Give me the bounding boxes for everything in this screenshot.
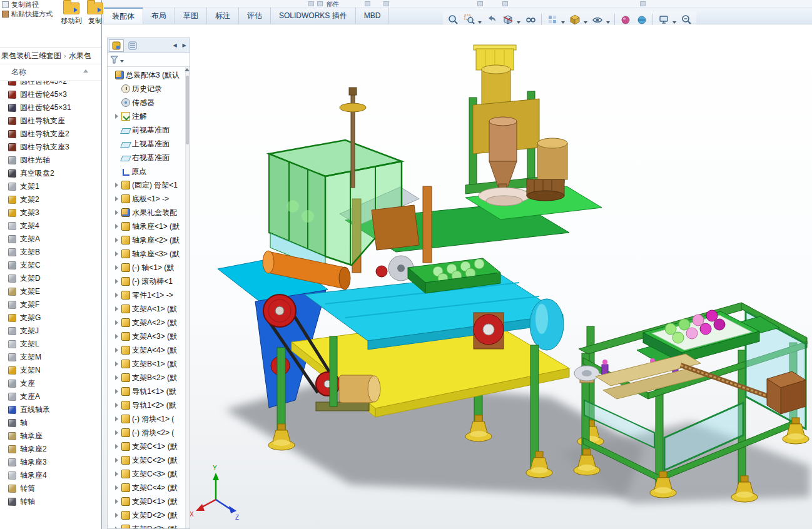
file-row[interactable]: 圆柱齿轮45×2 <box>0 81 101 88</box>
expand-arrow-icon[interactable] <box>115 526 119 528</box>
expand-arrow-icon[interactable] <box>115 513 119 518</box>
tree-item[interactable]: 传感器 <box>108 96 190 109</box>
scroll-up-icon[interactable] <box>185 68 190 71</box>
file-row[interactable]: 轴 <box>0 416 101 430</box>
expand-arrow-icon[interactable] <box>115 320 119 325</box>
file-row[interactable]: 支座 <box>0 377 101 390</box>
hide-show-items-icon[interactable] <box>590 12 605 26</box>
flange-bearing[interactable] <box>474 313 504 349</box>
commandmanager-tab[interactable]: 布局 <box>143 8 175 24</box>
tree-item[interactable]: 支架D<1> (默 <box>108 495 190 508</box>
tree-item[interactable]: 右视基准面 <box>108 151 190 164</box>
file-row[interactable]: 支架4 <box>0 219 101 233</box>
tree-root-item[interactable]: 总装配体3 (默认 <box>108 68 190 82</box>
zoom-to-area-icon[interactable] <box>462 12 477 26</box>
tree-item[interactable]: (-) 滑块<2> ( <box>108 426 190 440</box>
expand-arrow-icon[interactable] <box>115 196 119 201</box>
file-row[interactable]: 支架M <box>0 351 101 364</box>
frame-leg[interactable] <box>530 345 539 468</box>
dropdown-caret-icon[interactable] <box>672 21 676 24</box>
panel-scroll-left-icon[interactable]: ◀ <box>171 43 179 48</box>
tree-item[interactable]: 水果礼盒装配 <box>108 206 190 219</box>
file-row[interactable]: 支架N <box>0 364 101 377</box>
tree-item[interactable]: 前视基准面 <box>108 123 190 137</box>
expand-arrow-icon[interactable] <box>115 224 119 229</box>
file-row[interactable]: 圆柱导轨支座2 <box>0 128 101 141</box>
edit-appearance-icon[interactable] <box>618 12 633 26</box>
expand-arrow-icon[interactable] <box>115 251 119 256</box>
expand-arrow-icon[interactable] <box>115 389 119 394</box>
file-row[interactable]: 轴承座3 <box>0 456 101 469</box>
previous-view-icon[interactable] <box>484 12 499 26</box>
tree-item[interactable]: 支架C<4> (默 <box>108 481 190 495</box>
tree-item[interactable]: 导轨1<1> (默 <box>108 385 190 398</box>
dropdown-caret-icon[interactable] <box>517 21 520 24</box>
expand-arrow-icon[interactable] <box>115 403 119 408</box>
file-row[interactable]: 支架C <box>0 259 101 272</box>
tree-item[interactable]: (-) 滚动棒<1 <box>108 275 190 288</box>
expand-arrow-icon[interactable] <box>115 293 119 298</box>
expand-arrow-icon[interactable] <box>115 183 119 188</box>
expand-arrow-icon[interactable] <box>115 114 119 119</box>
file-row[interactable]: 真空吸盘2 <box>0 167 101 180</box>
tree-item[interactable]: 支架D<2> (默 <box>108 508 190 522</box>
expand-arrow-icon[interactable] <box>115 210 119 215</box>
commandmanager-tab[interactable]: 标注 <box>207 8 239 24</box>
tree-item[interactable]: 轴承座<2> (默 <box>108 233 190 247</box>
file-row[interactable]: 支架J <box>0 325 101 338</box>
insert-component-label[interactable]: 部件 <box>327 0 339 8</box>
expand-arrow-icon[interactable] <box>115 485 119 490</box>
expand-arrow-icon[interactable] <box>115 458 119 463</box>
file-row[interactable]: 支架B <box>0 246 101 259</box>
expand-arrow-icon[interactable] <box>115 265 119 270</box>
file-row[interactable]: 支架D <box>0 272 101 285</box>
file-row[interactable]: 圆柱导轨支座3 <box>0 141 101 154</box>
commandmanager-tab[interactable]: SOLIDWORKS 插件 <box>271 8 356 24</box>
frame-leg[interactable] <box>330 336 337 406</box>
tree-item[interactable]: 支架B<1> (默 <box>108 357 190 371</box>
slider-block[interactable] <box>767 371 806 414</box>
tree-item[interactable]: 历史记录 <box>108 82 190 96</box>
view-settings-icon[interactable] <box>656 12 671 26</box>
file-row[interactable]: 支架1 <box>0 180 101 193</box>
tree-item[interactable]: 支架A<1> (默 <box>108 302 190 316</box>
commandmanager-tab[interactable]: 草图 <box>175 8 207 24</box>
commandmanager-tab[interactable]: 评估 <box>239 8 271 24</box>
breadcrumb-folder[interactable]: 果包装机三维套图 <box>1 51 61 61</box>
indexing-disc[interactable] <box>574 366 599 383</box>
view-orientation-icon[interactable] <box>545 12 560 26</box>
expand-arrow-icon[interactable] <box>115 499 119 504</box>
expand-arrow-icon[interactable] <box>115 348 119 353</box>
file-row[interactable]: 转轴 <box>0 495 101 508</box>
propertymanager-tab[interactable] <box>125 39 140 52</box>
file-row[interactable]: 支架L <box>0 338 101 351</box>
tree-item[interactable]: (-) 轴<1> (默 <box>108 261 190 275</box>
assembly-3d-scene[interactable]: Y X Z <box>102 24 812 529</box>
tree-item[interactable]: 轴承座<3> (默 <box>108 247 190 261</box>
expand-arrow-icon[interactable] <box>115 279 119 284</box>
tree-item[interactable]: (-) 滑块<1> ( <box>108 412 190 426</box>
file-row[interactable]: 圆柱导轨支座 <box>0 114 101 128</box>
file-row[interactable]: 直线轴承 <box>0 403 101 416</box>
expand-arrow-icon[interactable] <box>115 306 119 311</box>
tree-item[interactable]: 支架A<2> (默 <box>108 316 190 330</box>
tree-item[interactable]: 支架C<2> (默 <box>108 453 190 467</box>
filter-funnel-icon[interactable] <box>110 56 118 64</box>
file-row[interactable]: 圆柱齿轮45×31 <box>0 101 101 114</box>
file-row[interactable]: 圆柱光轴 <box>0 154 101 167</box>
file-row[interactable]: 支架A <box>0 233 101 246</box>
commandmanager-tab[interactable]: 装配体 <box>104 8 143 24</box>
file-row[interactable]: 支架E <box>0 285 101 298</box>
file-row[interactable]: 支座A <box>0 390 101 403</box>
tree-item[interactable]: 支架A<3> (默 <box>108 330 190 343</box>
expand-arrow-icon[interactable] <box>115 430 119 435</box>
tree-item[interactable]: 注解 <box>108 109 190 123</box>
expand-arrow-icon[interactable] <box>115 238 119 243</box>
dropdown-caret-icon[interactable] <box>606 21 610 24</box>
file-row[interactable]: 轴承座4 <box>0 469 101 482</box>
tree-item[interactable]: 支架C<3> (默 <box>108 467 190 481</box>
tree-item[interactable]: 上视基准面 <box>108 137 190 151</box>
dropdown-caret-icon[interactable] <box>584 21 587 24</box>
featuremanager-tab[interactable] <box>109 39 124 52</box>
tree-item[interactable]: 轴承座<1> (默 <box>108 219 190 233</box>
